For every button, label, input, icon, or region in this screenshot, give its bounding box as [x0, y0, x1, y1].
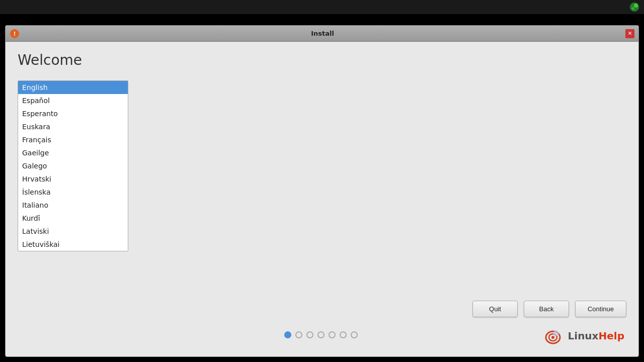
progress-dot-6: [351, 331, 358, 338]
progress-dots: [284, 331, 358, 338]
window-footer: Quit Back Continue: [6, 293, 638, 356]
system-tray: [629, 2, 640, 13]
system-bar: [0, 0, 644, 14]
language-item-islenska[interactable]: Íslenska: [18, 186, 128, 199]
language-item-lietuviskai[interactable]: Lietuviškai: [18, 238, 128, 251]
language-list[interactable]: EnglishEspañolEsperantoEuskaraFrançaisGa…: [18, 81, 128, 251]
language-list-container[interactable]: EnglishEspañolEsperantoEuskaraFrançaisGa…: [18, 80, 128, 251]
logo-container: LinuxHelp: [543, 323, 624, 348]
page-title: Welcome: [18, 52, 626, 68]
language-item-gaeilge[interactable]: Gaeilge: [18, 146, 128, 159]
continue-button[interactable]: Continue: [575, 301, 626, 317]
progress-dot-2: [306, 331, 313, 338]
svg-point-8: [553, 331, 558, 336]
svg-point-2: [631, 7, 634, 10]
window-content: Welcome EnglishEspañolEsperantoEuskaraFr…: [6, 42, 638, 293]
progress-dot-4: [329, 331, 336, 338]
progress-dot-1: [295, 331, 302, 338]
language-item-espanol[interactable]: Español: [18, 94, 128, 107]
quit-button[interactable]: Quit: [472, 301, 518, 317]
svg-text:!: !: [14, 31, 16, 37]
button-row: Quit Back Continue: [18, 301, 626, 317]
progress-dot-0: [284, 331, 291, 338]
logo-linux-text: Linux: [568, 330, 599, 342]
window-titlebar: ! Install ✕: [6, 26, 638, 42]
network-icon: [629, 2, 640, 13]
progress-dot-3: [317, 331, 325, 338]
language-item-galego[interactable]: Galego: [18, 159, 128, 172]
language-item-italiano[interactable]: Italiano: [18, 199, 128, 212]
language-item-hrvatski[interactable]: Hrvatski: [18, 172, 128, 186]
language-item-francais[interactable]: Français: [18, 133, 128, 146]
window-title: Install: [20, 30, 625, 37]
language-item-latviski[interactable]: Latviski: [18, 225, 128, 238]
svg-point-1: [634, 4, 638, 8]
installer-window: ! Install ✕ Welcome EnglishEspañolEspera…: [5, 25, 639, 357]
logo-text: LinuxHelp: [568, 330, 624, 342]
linuxhelp-swirl-icon: [543, 323, 568, 348]
back-button[interactable]: Back: [524, 301, 569, 317]
language-item-english[interactable]: English: [18, 81, 128, 94]
installer-window-icon: !: [10, 29, 20, 39]
svg-point-7: [551, 336, 554, 339]
close-button[interactable]: ✕: [625, 29, 634, 38]
language-item-euskara[interactable]: Euskara: [18, 120, 128, 133]
language-item-kurdi[interactable]: Kurdî: [18, 212, 128, 225]
progress-dot-5: [340, 331, 347, 338]
language-item-esperanto[interactable]: Esperanto: [18, 107, 128, 120]
logo-help-text: Help: [599, 330, 624, 342]
